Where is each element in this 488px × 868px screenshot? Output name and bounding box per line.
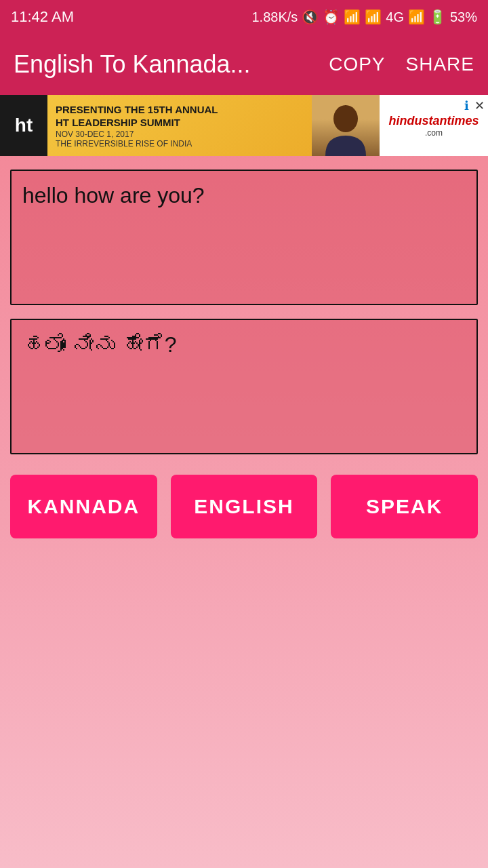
app-title: English To Kannada...	[14, 50, 329, 79]
speak-button[interactable]: SPEAK	[331, 475, 478, 538]
ad-person-image	[312, 95, 380, 156]
ad-sponsor-name: hindustantimes	[388, 114, 479, 128]
signal-icon: 📶	[365, 9, 382, 25]
ad-logo-text: ht	[15, 115, 33, 136]
network-speed: 1.88K/s	[251, 9, 298, 25]
status-right: 1.88K/s 🔇 ⏰ 📶 📶 4G 📶 🔋 53%	[251, 9, 477, 25]
ad-main-text: PRESENTING THE 15TH ANNUAL	[56, 103, 304, 117]
battery-percent: 53%	[450, 9, 477, 25]
ad-info-icon[interactable]: ℹ	[464, 98, 469, 113]
status-bar: 11:42 AM 1.88K/s 🔇 ⏰ 📶 📶 4G 📶 🔋 53%	[0, 0, 488, 34]
alarm-icon: ⏰	[323, 9, 340, 25]
ad-content: PRESENTING THE 15TH ANNUAL HT LEADERSHIP…	[47, 98, 312, 154]
english-input-text: hello how are you?	[22, 180, 466, 211]
kannada-output-text: ಹಲೋ ನೀನು ಹೇಗೆ?	[22, 330, 466, 360]
ad-banner: ht PRESENTING THE 15TH ANNUAL HT LEADERS…	[0, 95, 488, 156]
english-input-box[interactable]: hello how are you?	[10, 170, 478, 305]
status-time: 11:42 AM	[11, 8, 74, 26]
battery-icon: 🔋	[429, 9, 446, 25]
ad-sponsor-box[interactable]: ℹ ✕ hindustantimes .com	[380, 95, 488, 156]
ad-logo-box: ht	[0, 95, 47, 156]
main-content: hello how are you? ಹಲೋ ನೀನು ಹೇಗೆ? KANNAD…	[0, 156, 488, 552]
ad-sponsor-sub: .com	[425, 128, 443, 138]
ad-sub-text2: NOV 30-DEC 1, 2017	[56, 130, 304, 139]
kannada-button[interactable]: KANNADA	[10, 475, 157, 538]
english-button[interactable]: ENGLISH	[171, 475, 318, 538]
app-bar: English To Kannada... COPY SHARE	[0, 34, 488, 95]
share-button[interactable]: SHARE	[406, 54, 474, 75]
app-bar-actions: COPY SHARE	[329, 54, 474, 75]
svg-point-0	[333, 105, 358, 132]
ad-sub-text1: HT LEADERSHIP SUMMIT	[56, 116, 304, 130]
status-left: 11:42 AM	[11, 8, 74, 26]
copy-button[interactable]: COPY	[329, 54, 385, 75]
kannada-output-box: ಹಲೋ ನೀನು ಹೇಗೆ?	[10, 319, 478, 454]
ad-close-icon[interactable]: ✕	[474, 98, 485, 113]
buttons-row: KANNADA ENGLISH SPEAK	[10, 475, 478, 538]
ad-sub-text3: THE IRREVERSIBLE RISE OF INDIA	[56, 139, 304, 149]
network-type: 4G	[386, 9, 404, 25]
wifi-icon: 📶	[344, 9, 361, 25]
mute-icon: 🔇	[302, 9, 319, 25]
signal-icon-2: 📶	[408, 9, 425, 25]
